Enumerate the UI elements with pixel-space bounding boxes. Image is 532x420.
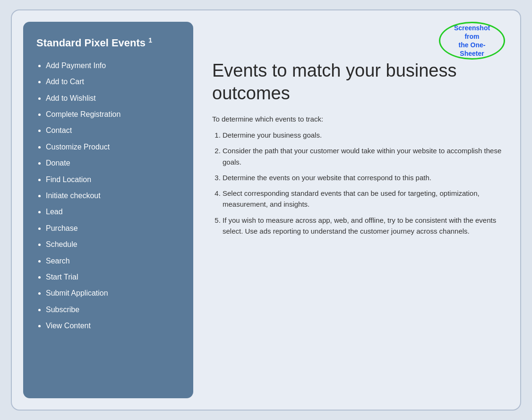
sidebar-list: Add Payment InfoAdd to CartAdd to Wishli… (36, 61, 180, 332)
step-item: Consider the path that your customer wou… (223, 145, 504, 167)
sidebar-list-item[interactable]: Customize Product (46, 142, 180, 152)
sidebar-list-item[interactable]: View Content (46, 321, 180, 331)
screenshot-badge-text: Screenshot fromthe One-Sheeter (449, 24, 495, 58)
sidebar-list-item[interactable]: Find Location (46, 175, 180, 185)
step-item: Determine your business goals. (223, 130, 504, 140)
main-heading: Events to match your business outcomes (212, 60, 504, 105)
page-container: Screenshot fromthe One-Sheeter Standard … (11, 9, 521, 411)
screenshot-badge: Screenshot fromthe One-Sheeter (439, 22, 505, 60)
sidebar: Standard Pixel Events 1 Add Payment Info… (23, 22, 193, 398)
intro-text: To determine which events to track: (212, 115, 504, 123)
sidebar-list-item[interactable]: Contact (46, 125, 180, 136)
step-item: Determine the events on your website tha… (223, 172, 504, 183)
sidebar-title: Standard Pixel Events 1 (36, 36, 180, 50)
steps-list: Determine your business goals.Consider t… (212, 130, 504, 241)
step-item: If you wish to measure across app, web, … (223, 215, 504, 237)
sidebar-list-item[interactable]: Initiate checkout (46, 191, 180, 201)
sidebar-list-item[interactable]: Search (46, 256, 180, 266)
sidebar-list-item[interactable]: Purchase (46, 223, 180, 234)
sidebar-list-item[interactable]: Subscribe (46, 305, 180, 315)
sidebar-list-item[interactable]: Complete Registration (46, 109, 180, 120)
sidebar-list-item[interactable]: Lead (46, 207, 180, 217)
sidebar-list-item[interactable]: Submit Application (46, 288, 180, 298)
sidebar-list-item[interactable]: Start Trial (46, 272, 180, 282)
step-item: Select corresponding standard events tha… (223, 188, 504, 210)
sidebar-list-item[interactable]: Add Payment Info (46, 61, 180, 71)
sidebar-list-item[interactable]: Donate (46, 158, 180, 168)
sidebar-list-item[interactable]: Add to Wishlist (46, 93, 180, 104)
sidebar-list-item[interactable]: Add to Cart (46, 77, 180, 87)
main-content: Events to match your business outcomes T… (207, 22, 509, 398)
sidebar-list-item[interactable]: Schedule (46, 239, 180, 250)
